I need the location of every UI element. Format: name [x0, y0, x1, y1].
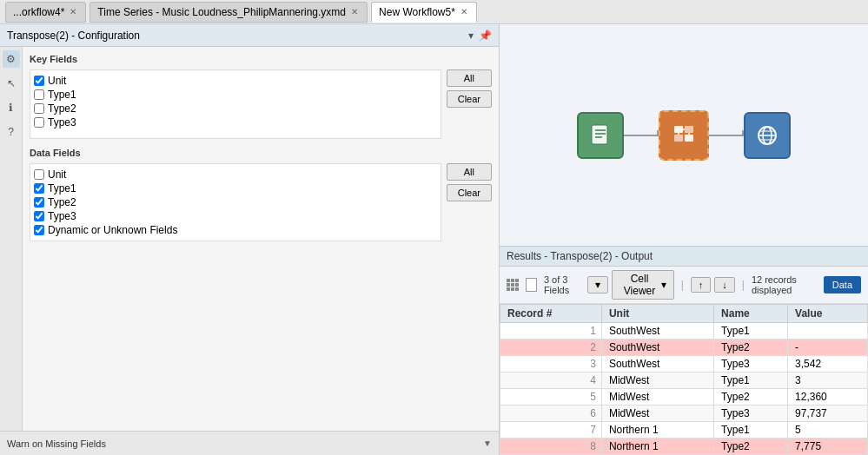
sidebar-gear-icon[interactable]: ⚙	[3, 50, 20, 68]
key-field-type3-label: Type3	[48, 116, 76, 129]
right-panel: Results - Transpose(2) - Output 3 of 3 F…	[500, 24, 868, 455]
sidebar-cursor-icon[interactable]: ↖	[3, 75, 20, 92]
key-field-type2: Type2	[34, 102, 437, 115]
data-field-unit-checkbox[interactable]	[34, 169, 44, 180]
fields-dropdown-label: ▾	[595, 279, 600, 291]
config-header: Transpose(2) - Configuration ▾ 📌	[0, 24, 499, 47]
data-field-type2: Type2	[34, 195, 437, 209]
tab-newworkflow5-label: New Workflow5*	[379, 6, 455, 18]
cell-name: Type2	[714, 439, 788, 455]
data-field-type1-checkbox[interactable]	[34, 183, 44, 194]
data-field-dynamic-label: Dynamic or Unknown Fields	[48, 224, 177, 236]
data-field-unit-label: Unit	[48, 168, 66, 181]
connector-2	[709, 135, 744, 136]
key-field-type2-checkbox[interactable]	[34, 103, 44, 114]
panel-body: ⚙ ↖ ℹ ? Key Fields Unit	[0, 47, 499, 431]
key-fields-clear-btn[interactable]: Clear	[447, 90, 492, 108]
connector-1	[624, 135, 659, 136]
cell-value: 5	[788, 422, 868, 439]
main-content: Transpose(2) - Configuration ▾ 📌 ⚙ ↖ ℹ ?…	[0, 24, 868, 455]
data-field-type3: Type3	[34, 209, 437, 223]
select-all-area[interactable]	[526, 278, 537, 292]
col-record-num: Record #	[500, 305, 602, 323]
data-table: Record # Unit Name Value 1 SouthWest Typ…	[500, 304, 868, 455]
tab-newworkflow5[interactable]: New Workflow5* ✕	[371, 2, 477, 23]
data-field-unit: Unit	[34, 168, 437, 181]
key-fields-all-btn[interactable]: All	[447, 69, 492, 87]
data-field-dynamic-checkbox[interactable]	[34, 225, 44, 235]
table-row: 3 SouthWest Type3 3,542	[500, 356, 868, 373]
tab-workflow4-close[interactable]: ✕	[68, 7, 78, 16]
workflow-node-transpose[interactable]	[659, 110, 709, 161]
data-field-type2-checkbox[interactable]	[34, 197, 44, 208]
data-btn[interactable]: Data	[824, 276, 861, 293]
workflow-canvas	[500, 24, 868, 246]
table-row: 8 Northern 1 Type2 7,775	[500, 439, 868, 455]
workflow-node-output[interactable]	[744, 112, 791, 159]
collapse-icon[interactable]: ▾	[468, 30, 474, 42]
bottom-chevron-icon[interactable]: ▼	[483, 439, 492, 448]
table-row: 2 SouthWest Type2 -	[500, 340, 868, 356]
cell-unit: Northern 1	[601, 439, 713, 455]
cell-name: Type3	[714, 406, 788, 422]
cell-name: Type1	[714, 422, 788, 439]
data-field-type1: Type1	[34, 181, 437, 195]
cell-unit: SouthWest	[601, 323, 713, 340]
cell-row-num: 6	[500, 406, 602, 422]
key-field-type1-checkbox[interactable]	[34, 89, 44, 100]
svg-rect-0	[592, 125, 607, 144]
tab-timeseries-close[interactable]: ✕	[349, 7, 360, 16]
tab-timeseries[interactable]: Time Series - Music Loudness_PhilipManne…	[89, 2, 368, 23]
sort-asc-btn[interactable]: ↑	[691, 277, 712, 293]
bottom-bar: Warn on Missing Fields ▼	[0, 431, 499, 455]
col-name: Name	[714, 305, 788, 323]
cell-unit: MidWest	[601, 373, 713, 389]
key-fields-buttons: All Clear	[447, 69, 492, 139]
fields-dropdown-btn[interactable]: ▾	[587, 276, 608, 293]
key-fields-with-buttons: Unit Type1 Type2	[30, 69, 492, 139]
separator1: |	[681, 279, 684, 291]
data-fields-clear-btn[interactable]: Clear	[447, 184, 492, 201]
data-field-type3-label: Type3	[48, 210, 76, 222]
cell-value: 3,542	[788, 356, 868, 373]
tab-newworkflow5-close[interactable]: ✕	[459, 7, 469, 16]
config-content: Key Fields Unit Type1	[23, 47, 499, 431]
cell-row-num: 8	[500, 439, 602, 455]
workflow-node-input[interactable]	[577, 112, 624, 159]
key-field-type3: Type3	[34, 115, 437, 129]
cell-row-num: 5	[500, 389, 602, 406]
col-value: Value	[788, 305, 868, 323]
pin-icon[interactable]: 📌	[479, 30, 492, 42]
cell-unit: Northern 1	[601, 422, 713, 439]
results-table: Record # Unit Name Value 1 SouthWest Typ…	[500, 304, 868, 455]
col-unit: Unit	[601, 305, 713, 323]
key-field-type2-label: Type2	[48, 102, 76, 115]
records-info: 12 records displayed	[752, 274, 820, 295]
tab-timeseries-label: Time Series - Music Loudness_PhilipManne…	[97, 6, 346, 18]
config-header-icons: ▾ 📌	[468, 30, 492, 42]
cell-unit: MidWest	[601, 389, 713, 406]
key-field-unit: Unit	[34, 74, 437, 88]
key-fields-label: Key Fields	[30, 54, 492, 64]
data-field-type2-label: Type2	[48, 196, 76, 208]
key-field-type3-checkbox[interactable]	[34, 117, 44, 128]
svg-rect-8	[685, 135, 693, 142]
sidebar-info-icon[interactable]: ℹ	[3, 99, 20, 116]
data-field-type3-checkbox[interactable]	[34, 211, 44, 221]
sidebar-question-icon[interactable]: ?	[3, 123, 20, 141]
key-fields-list: Unit Type1 Type2	[30, 69, 441, 139]
cell-value	[788, 323, 868, 340]
grid-lines-icon	[507, 279, 519, 291]
sort-desc-btn[interactable]: ↓	[714, 277, 735, 293]
view-mode-btn[interactable]: Cell Viewer ▾	[612, 270, 673, 300]
view-mode-chevron: ▾	[661, 279, 666, 291]
cell-value: 3	[788, 373, 868, 389]
cell-name: Type2	[714, 340, 788, 356]
key-field-unit-checkbox[interactable]	[34, 76, 44, 86]
cell-row-num: 3	[500, 356, 602, 373]
data-fields-buttons: All Clear	[447, 163, 492, 241]
data-fields-all-btn[interactable]: All	[447, 163, 492, 181]
data-fields-label: Data Fields	[30, 148, 492, 158]
cell-unit: SouthWest	[601, 356, 713, 373]
tab-workflow4[interactable]: ...orkflow4* ✕	[5, 2, 86, 23]
